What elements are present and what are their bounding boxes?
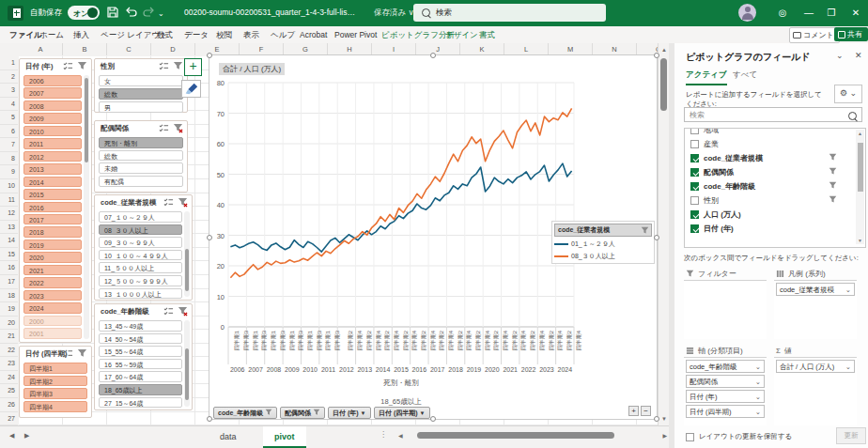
slicer-item-2012[interactable]: 2012	[23, 151, 82, 162]
chart-selection-handle[interactable]	[430, 53, 436, 58]
ribbon-tab-7[interactable]: 校閲	[212, 26, 236, 43]
slicer-item-2017[interactable]: 2017	[23, 214, 82, 225]
field-checkbox[interactable]	[690, 128, 699, 134]
column-header-A[interactable]: A	[19, 43, 63, 55]
slicer-item-男[interactable]: 男	[99, 101, 183, 113]
multi-select-icon[interactable]	[63, 61, 73, 71]
slicer-item-2006[interactable]: 2006	[23, 75, 82, 86]
field-checkbox[interactable]	[690, 196, 699, 205]
row-header-24[interactable]: 24	[0, 371, 18, 385]
slicer-item-未婚[interactable]: 未婚	[99, 162, 183, 174]
chart-selection-handle[interactable]	[430, 416, 436, 422]
slicer-item-15_55～64歳[interactable]: 15_55～64歳	[99, 346, 182, 357]
slicer-item-11_５００人以上[interactable]: 11_５００人以上	[99, 262, 182, 273]
slicer-item-2009[interactable]: 2009	[23, 113, 82, 124]
save-icon[interactable]	[105, 5, 120, 20]
area-chip-日付 (四半期)[interactable]: 日付 (四半期)	[686, 405, 765, 418]
fields-search-input[interactable]: 検索	[684, 107, 862, 122]
clear-filter-icon[interactable]	[173, 61, 183, 71]
row-header-8[interactable]: 8	[0, 152, 18, 166]
restore-button[interactable]: ❐	[819, 0, 844, 26]
field-list-item-配偶関係[interactable]: 配偶関係	[690, 165, 850, 179]
column-header-B[interactable]: B	[63, 43, 107, 55]
values-drop-area[interactable]: 合計 / 人口 (万人)	[774, 357, 857, 425]
slicer-item-2023[interactable]: 2023	[23, 290, 82, 301]
ribbon-tab-6[interactable]: データ	[180, 26, 212, 43]
scroll-left-icon[interactable]: ◀	[398, 430, 403, 441]
row-header-16[interactable]: 16	[0, 261, 18, 275]
slicer-item-18_65歳以上[interactable]: 18_65歳以上	[99, 384, 182, 395]
slicer-item-2000[interactable]: 2000	[23, 316, 82, 327]
area-chip-配偶関係[interactable]: 配偶関係	[686, 375, 765, 388]
slicer-item-2001[interactable]: 2001	[23, 328, 82, 339]
slicer-item-27_15～64歳[interactable]: 27_15～64歳	[99, 397, 182, 409]
legend-drop-area[interactable]: code_従業者規模	[774, 280, 857, 339]
pivot-chart[interactable]: 合計 / 人口 (万人) 01020304050607080四半期1四半期3四半…	[209, 54, 658, 420]
scroll-thumb[interactable]	[858, 143, 863, 192]
sheet-next-icon[interactable]: ▶	[24, 432, 29, 440]
ribbon-tab-9[interactable]: ヘルプ	[267, 26, 299, 43]
slicer-item-08_３０人以上[interactable]: 08_３０人以上	[99, 224, 182, 236]
multi-select-icon[interactable]	[159, 123, 169, 133]
slicer-日付 (年)[interactable]: 日付 (年)2006200720082009201020112012201320…	[19, 58, 92, 343]
field-list-item-code_従業者規模[interactable]: code_従業者規模	[690, 151, 850, 165]
row-header-9[interactable]: 9	[0, 165, 18, 179]
clear-filter-icon[interactable]	[178, 306, 188, 317]
slicer-item-2008[interactable]: 2008	[23, 100, 82, 112]
close-button[interactable]: ✕	[844, 0, 868, 26]
slicer-item-2015[interactable]: 2015	[23, 189, 82, 200]
slicer-item-2018[interactable]: 2018	[23, 226, 82, 238]
slicer-item-2022[interactable]: 2022	[23, 277, 82, 288]
ribbon-tab-14[interactable]: 書式	[475, 26, 499, 43]
sheet-prev-icon[interactable]: ◀	[9, 432, 14, 440]
pivot-field-button-日付 (四半期)[interactable]: 日付 (四半期) ▼	[374, 407, 430, 419]
slicer-item-2013[interactable]: 2013	[23, 163, 82, 175]
clear-filter-icon[interactable]	[173, 123, 183, 133]
slicer-item-2024[interactable]: 2024	[23, 302, 82, 314]
area-chip-code_従業者規模[interactable]: code_従業者規模	[776, 283, 855, 296]
field-list-item-code_年齢階級[interactable]: code_年齢階級	[690, 179, 850, 193]
area-chip-code_年齢階級[interactable]: code_年齢階級	[686, 360, 765, 373]
ribbon-tab-3[interactable]: 挿入	[70, 26, 93, 43]
field-checkbox[interactable]	[690, 224, 699, 233]
row-header-27[interactable]: 27	[0, 412, 18, 426]
multi-select-icon[interactable]	[163, 306, 174, 317]
vertical-scroll-thumb[interactable]	[660, 58, 667, 111]
horizontal-scrollbar[interactable]: ◀ ▶	[395, 430, 669, 441]
excel-app-icon[interactable]	[8, 6, 23, 21]
scroll-up-icon[interactable]: ▲	[856, 131, 864, 136]
ribbon-tab-11[interactable]: Power Pivot	[331, 26, 380, 43]
row-headers[interactable]: 1234567891011121314151617181920212223242…	[0, 56, 20, 425]
slicer-item-2016[interactable]: 2016	[23, 202, 82, 213]
slicer-item-総数[interactable]: 総数	[99, 88, 183, 100]
slicer-scrollbar[interactable]	[84, 75, 89, 339]
slicer-item-四半期4[interactable]: 四半期4	[23, 401, 87, 412]
pane-close-icon[interactable]: ✕	[855, 51, 862, 60]
column-header-C[interactable]: C	[107, 43, 151, 55]
chart-selection-handle[interactable]	[207, 235, 212, 240]
tab-all-fields[interactable]: すべて	[733, 70, 757, 84]
slicer-item-16_55～59歳[interactable]: 16_55～59歳	[99, 359, 182, 370]
undo-icon[interactable]	[124, 5, 139, 20]
slicer-item-2019[interactable]: 2019	[23, 239, 82, 251]
row-header-22[interactable]: 22	[0, 344, 18, 358]
slicer-item-2007[interactable]: 2007	[23, 87, 82, 99]
slicer-item-10_１００～４９９人[interactable]: 10_１００～４９９人	[99, 250, 182, 261]
document-title[interactable]: 00200-soumu-00200531_quarter_1-4-3-full-…	[184, 8, 355, 17]
slicer-item-2010[interactable]: 2010	[23, 126, 82, 137]
pivot-field-button-日付 (年)[interactable]: 日付 (年) ▼	[328, 407, 371, 419]
redo-icon[interactable]	[141, 5, 156, 20]
field-list-item-地域[interactable]: 地域	[690, 128, 850, 137]
row-header-20[interactable]: 20	[0, 317, 18, 331]
slicer-item-17_60～64歳[interactable]: 17_60～64歳	[99, 371, 182, 382]
field-checkbox[interactable]	[690, 168, 699, 177]
field-checkbox[interactable]	[690, 210, 699, 219]
chart-selection-handle[interactable]	[654, 416, 659, 422]
saved-status[interactable]: 保存済み ∨	[374, 8, 414, 19]
clear-filter-icon[interactable]	[77, 348, 87, 359]
autosave-toggle[interactable]: オン	[68, 6, 100, 20]
row-header-23[interactable]: 23	[0, 357, 18, 371]
row-header-15[interactable]: 15	[0, 248, 18, 262]
ribbon-tab-2[interactable]: ホーム	[36, 26, 68, 43]
slicer-item-四半期3[interactable]: 四半期3	[23, 388, 87, 399]
